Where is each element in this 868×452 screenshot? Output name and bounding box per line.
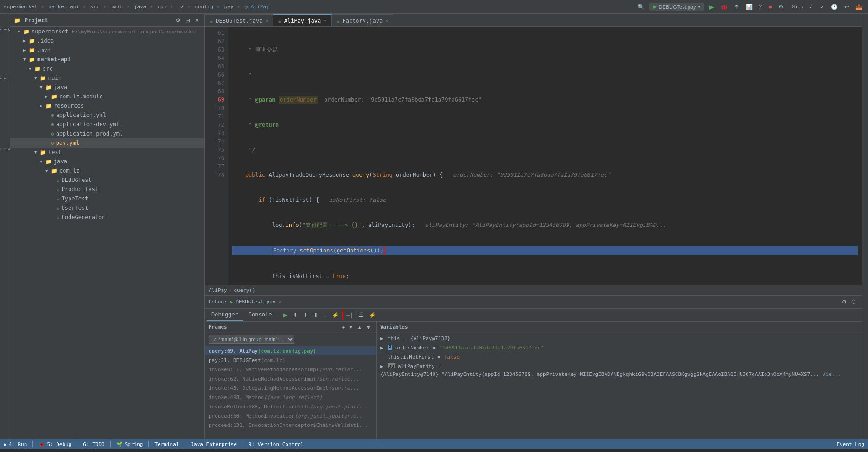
project-collapse-btn[interactable]: ⊟ [184,17,191,24]
structure-icon[interactable]: Str [0,16,10,44]
tree-item-producttest[interactable]: ☕ ProductTest [10,185,204,194]
frame-invoke43[interactable]: invoke:43, DelegatingMethodAccessorImpl … [205,383,376,393]
terminal-btn[interactable]: Terminal [154,441,179,447]
breadcrumb-lz[interactable]: lz [178,4,184,10]
tree-item-app-yml[interactable]: ⚙ application.yml [10,110,204,120]
tree-item-supermarket[interactable]: ▼ 📁 supermarket E:\myWork\supermarket-pr… [10,27,204,36]
frame-query[interactable]: query:69, AliPay (com.lz.config.pay) [205,346,376,355]
thread-selector[interactable]: ✓ *main*@1 in group "main": ... [209,335,294,344]
java-enterprise-btn[interactable]: Java Enterprise [191,441,236,447]
var-ordernumber[interactable]: ▶ P orderNumber = "9d5911a7c7fa8bda7fa1a… [377,344,862,353]
tree-item-com-lz[interactable]: ▼ 📁 com.lz [10,166,204,175]
debug-panel-btn[interactable]: 🐞 5: Debug [38,441,71,447]
project-settings-btn[interactable]: ⚙ [174,17,182,24]
restore-breakpoints-btn[interactable]: ⚡ [367,310,378,320]
tab-close-debugtest[interactable]: ✕ [265,18,268,23]
tree-item-codegenerator[interactable]: ☕ CodeGenerator [10,213,204,222]
tree-item-resources[interactable]: ▶ 📁 resources [10,101,204,110]
git-history-button[interactable]: 🕐 [829,3,840,11]
tree-item-src[interactable]: ▼ 📁 src [10,64,204,73]
breadcrumb-market-api[interactable]: market-api [49,4,79,10]
tree-item-idea[interactable]: ▶ 📁 .idea [10,36,204,45]
step-into-btn[interactable]: ⬇ [301,310,310,320]
run-panel-btn[interactable]: ▶ 4: Run [4,441,27,447]
var-this[interactable]: ▶ this = {AliPay@7138} [377,335,862,344]
tree-item-test[interactable]: ▼ 📁 test [10,148,204,157]
web-icon[interactable]: Web [0,140,10,159]
search-btn[interactable]: 🔍 [636,3,646,11]
resume-btn[interactable]: ▶ [281,310,290,320]
tree-item-typetest[interactable]: ☕ TypeTest [10,194,204,203]
console-tab[interactable]: Console [244,310,277,321]
coverage-button[interactable]: ☂ [732,3,741,11]
tree-item-debugtest[interactable]: ☕ DEBUGTest [10,175,204,185]
var-isnotfirst[interactable]: this.isNotFirst = false [377,353,862,362]
spring-btn[interactable]: 🌱 Spring [116,441,143,447]
breadcrumb-src[interactable]: src [90,4,100,10]
stop-button[interactable]: ■ [766,3,773,11]
frames-up-btn[interactable]: ▲ [356,324,364,330]
breadcrumb-query-method[interactable]: query() [234,287,255,293]
var-expand-icon[interactable]: ▶ [380,363,386,369]
tab-factory[interactable]: ☕ Factory.java ✕ [332,14,393,26]
run-to-cursor-btn[interactable]: ↓ [321,310,329,320]
tree-item-test-java[interactable]: ▼ 📁 java [10,157,204,166]
evaluate-btn[interactable]: ⚡ [330,310,341,320]
run-button[interactable]: ▶ [707,2,716,12]
version-control-btn[interactable]: 9: Version Control [249,441,304,447]
breadcrumb-config[interactable]: config [195,4,213,10]
git-push-button[interactable]: 📤 [854,3,864,11]
tree-item-com-lz-module[interactable]: ▶ 📁 com.lz.module [10,92,204,101]
step-over-btn[interactable]: ⬇ [291,310,300,320]
frame-pay[interactable]: pay:21, DEBUGTest (com.lz) [205,355,376,365]
frames-filter-btn[interactable]: ▼ [347,324,355,330]
frame-invoke62[interactable]: invoke:62, NativeMethodAccessorImpl (sun… [205,374,376,383]
frame-proceed60[interactable]: proceed:60, MethodInvocation (org.junit.… [205,411,376,420]
debugger-tab[interactable]: Debugger [207,310,243,321]
tab-alipay[interactable]: ☕ AliPay.java ✕ [273,14,332,26]
breadcrumb-com[interactable]: com [157,4,166,10]
tree-item-market-api[interactable]: ▼ 📁 market-api [10,55,204,64]
tab-debugtest[interactable]: ☕ DEBUGTest.java ✕ [205,14,273,26]
breadcrumb-supermarket[interactable]: supermarket [4,4,38,10]
git-check-button[interactable]: ✓ [807,3,815,11]
tree-item-usertest[interactable]: ☕ UserTest [10,203,204,213]
frames-down-btn[interactable]: ▼ [364,324,372,330]
tree-item-mvn[interactable]: ▶ 📁 .mvn [10,45,204,55]
frame-proceed131[interactable]: proceed:131, InvocationInterceptor$Chain… [205,420,376,430]
tree-item-java[interactable]: ▼ 📁 java [10,83,204,92]
frame-invoke498[interactable]: invoke:498, Method (java.lang.reflect) [205,393,376,402]
todo-panel-btn[interactable]: 6: TODO [83,441,104,447]
debug-settings-btn[interactable]: ⚙ [840,298,849,306]
profile-button[interactable]: 📊 [744,3,754,11]
tree-item-main[interactable]: ▼ 📁 main [10,73,204,83]
show-frames-btn[interactable]: ☰ [356,310,366,320]
breadcrumb-java[interactable]: java [134,4,147,10]
git-check2-button[interactable]: ✓ [818,3,826,11]
tree-item-app-prod-yml[interactable]: ⚙ application-prod.yml [10,129,204,138]
breadcrumb-main[interactable]: main [111,4,123,10]
code-editor[interactable]: 61 62 63 64 65 66 67 68 69 70 71 72 73 7… [205,27,862,285]
step-out-btn[interactable]: ⬆ [311,310,320,320]
breadcrumb-alipay-class[interactable]: AliPay [209,287,227,293]
tab-close-factory[interactable]: ✕ [385,18,388,23]
breadcrumb-pay[interactable]: pay [224,4,234,10]
project-close-btn[interactable]: ✕ [193,17,201,24]
frame-invokemethod[interactable]: invokeMethod:688, ReflectionUtils (org.j… [205,402,376,411]
tree-item-pay-yml[interactable]: ⚙ pay.yml [10,138,204,148]
settings-button[interactable]: ⚙ [777,3,785,11]
force-step-btn[interactable]: →| [342,310,355,320]
frames-add-btn[interactable]: + [340,324,346,330]
debug-close-btn[interactable]: ✕ [278,299,281,304]
breadcrumb-alipay[interactable]: ◎ AliPay [245,4,269,10]
run-config-selector[interactable]: ▶ DEBUGTest.pay ▾ [649,3,704,11]
code-content[interactable]: * 查询交易 * * @param orderNumber orderNumbe… [228,27,862,285]
var-expand-icon[interactable]: ▶ [380,336,386,342]
frame-invoke0[interactable]: invoke0:-1, NativeMethodAccessorImpl (su… [205,365,376,374]
help-button[interactable]: ? [757,3,764,11]
tab-close-alipay[interactable]: ✕ [324,19,326,24]
debug-button[interactable]: 🐞 [719,3,729,11]
favorites-icon[interactable]: Fav [0,64,10,92]
var-alipayentity[interactable]: ▶ oo aliPayEntity = {AliPayEntity@7140} … [377,362,862,378]
tree-item-app-dev-yml[interactable]: ⚙ application-dev.yml [10,120,204,129]
